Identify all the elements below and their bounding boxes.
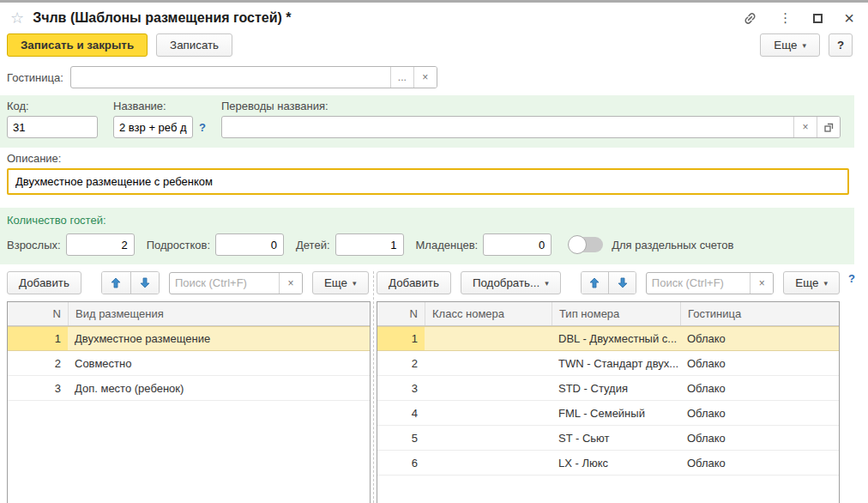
cell-hotel[interactable]: Облако	[680, 451, 839, 475]
cell-hotel[interactable]: Облако	[680, 426, 839, 450]
table-row[interactable]: 5 ST - Сьют Облако	[377, 426, 839, 451]
cell-placement-type[interactable]: Совместно	[68, 351, 370, 375]
column-header-room-class[interactable]: Класс номера	[425, 302, 552, 325]
placement-table-header: N Вид размещения	[8, 302, 370, 326]
table-row[interactable]: 1 Двухместное размещение	[8, 326, 370, 351]
chevron-down-icon: ▾	[802, 41, 806, 50]
placement-search-clear-icon[interactable]: ×	[279, 273, 302, 294]
hotel-choose-button[interactable]: ...	[390, 67, 413, 88]
adults-label: Взрослых:	[7, 239, 61, 252]
room-search-input[interactable]	[647, 273, 750, 294]
maximize-icon[interactable]	[813, 14, 823, 23]
move-up-icon[interactable]	[582, 272, 609, 294]
table-row[interactable]: 6 LX - Люкс Облако	[377, 451, 839, 476]
hotel-clear-button[interactable]: ×	[413, 67, 437, 88]
cell-room-type[interactable]: LX - Люкс	[552, 451, 680, 475]
panel-splitter[interactable]	[373, 271, 374, 503]
infants-label: Младенцев:	[416, 239, 479, 252]
placement-toolbar: Добавить × Еще ▾	[7, 271, 371, 294]
infants-input[interactable]	[483, 233, 552, 256]
separate-bills-toggle[interactable]	[569, 237, 603, 252]
table-row[interactable]: 2 TWN - Стандарт двух... Облако	[377, 351, 839, 376]
room-add-button[interactable]: Добавить	[377, 271, 451, 294]
room-search-clear-icon[interactable]: ×	[750, 273, 773, 294]
cell-hotel[interactable]: Облако	[680, 351, 839, 375]
translations-input[interactable]	[222, 117, 793, 137]
cell-room-type[interactable]: ST - Сьют	[552, 426, 680, 450]
more-button[interactable]: Еще ▾	[760, 33, 820, 57]
cell-room-class[interactable]	[425, 451, 552, 475]
cell-n[interactable]: 3	[8, 376, 68, 400]
name-input[interactable]	[113, 116, 193, 138]
cell-room-type[interactable]: STD - Студия	[552, 376, 680, 400]
table-row[interactable]: 3 Доп. место (ребенок)	[8, 376, 370, 401]
command-bar: Записать и закрыть Записать Еще ▾ ?	[0, 30, 868, 62]
cell-n[interactable]: 1	[377, 327, 425, 350]
cell-placement-type[interactable]: Доп. место (ребенок)	[68, 376, 370, 400]
table-row[interactable]: 1 DBL - Двухместный с... Облако	[377, 326, 839, 351]
adults-input[interactable]	[66, 233, 135, 256]
cell-room-class[interactable]	[425, 401, 552, 425]
cell-hotel[interactable]: Облако	[680, 327, 839, 350]
cell-n[interactable]: 4	[377, 401, 425, 425]
cell-room-type[interactable]: DBL - Двухместный с...	[552, 327, 680, 350]
move-up-icon[interactable]	[102, 272, 130, 294]
table-row[interactable]: 3 STD - Студия Облако	[377, 376, 839, 401]
link-icon[interactable]	[743, 11, 757, 26]
placement-add-button[interactable]: Добавить	[7, 271, 81, 294]
room-table-header: N Класс номера Тип номера Гостиница	[377, 302, 839, 326]
close-icon[interactable]: ×	[844, 9, 854, 27]
children-label: Детей:	[296, 239, 330, 252]
cell-n[interactable]: 6	[377, 451, 425, 475]
cell-n[interactable]: 2	[8, 351, 68, 375]
cell-hotel[interactable]: Облако	[680, 401, 839, 425]
children-input[interactable]	[335, 233, 404, 256]
menu-kebab-icon[interactable]: ⋮	[779, 10, 792, 26]
column-header-placement-type[interactable]: Вид размещения	[68, 302, 370, 325]
room-pick-button[interactable]: Подобрать... ▾	[461, 271, 561, 294]
chevron-down-icon: ▾	[823, 279, 828, 288]
code-input[interactable]	[7, 116, 98, 138]
name-help-icon[interactable]: ?	[199, 121, 206, 134]
cell-n[interactable]: 2	[377, 351, 425, 375]
room-pick-label: Подобрать...	[473, 276, 539, 289]
room-more-button[interactable]: Еще ▾	[783, 271, 840, 294]
move-down-icon[interactable]	[608, 272, 636, 294]
teens-input[interactable]	[215, 233, 284, 256]
cell-placement-type[interactable]: Двухместное размещение	[68, 327, 370, 350]
room-help-icon[interactable]: ?	[848, 272, 855, 285]
favorite-star-icon[interactable]: ☆	[10, 9, 24, 27]
separate-bills-label: Для раздельных счетов	[612, 239, 733, 252]
cell-room-type[interactable]: FML - Семейный	[552, 401, 680, 425]
placement-search-group: ×	[169, 272, 303, 294]
cell-room-class[interactable]	[425, 426, 552, 450]
help-button[interactable]: ?	[829, 33, 853, 57]
cell-n[interactable]: 5	[377, 426, 425, 450]
cell-room-class[interactable]	[425, 351, 552, 375]
placement-search-input[interactable]	[170, 273, 279, 294]
cell-room-class[interactable]	[425, 327, 552, 350]
column-header-n[interactable]: N	[8, 302, 68, 325]
cell-hotel[interactable]: Облако	[680, 376, 839, 400]
translations-open-icon[interactable]	[817, 117, 840, 137]
cell-room-class[interactable]	[425, 376, 552, 400]
room-types-panel: Добавить Подобрать... ▾ × Еще ▾	[377, 271, 840, 503]
cell-room-type[interactable]: TWN - Стандарт двух...	[552, 351, 680, 375]
hotel-input[interactable]	[71, 67, 390, 88]
cell-n[interactable]: 3	[377, 376, 425, 400]
column-header-n[interactable]: N	[377, 302, 425, 325]
placement-more-button[interactable]: Еще ▾	[312, 271, 369, 294]
save-and-close-button[interactable]: Записать и закрыть	[7, 33, 148, 57]
description-input[interactable]	[7, 168, 849, 195]
table-row[interactable]: 4 FML - Семейный Облако	[377, 401, 839, 426]
column-header-room-type[interactable]: Тип номера	[552, 302, 680, 325]
save-button[interactable]: Записать	[156, 33, 232, 57]
translations-clear-button[interactable]: ×	[793, 117, 817, 137]
cell-n[interactable]: 1	[8, 327, 68, 350]
title-bar: ☆ Зчлв (Шаблоны размещения гостей) * ⋮ ×	[0, 3, 868, 30]
move-down-icon[interactable]	[130, 272, 159, 294]
column-header-hotel[interactable]: Гостиница	[680, 302, 839, 325]
placement-more-label: Еще	[324, 276, 347, 289]
description-label: Описание:	[7, 152, 849, 165]
table-row[interactable]: 2 Совместно	[8, 351, 370, 376]
